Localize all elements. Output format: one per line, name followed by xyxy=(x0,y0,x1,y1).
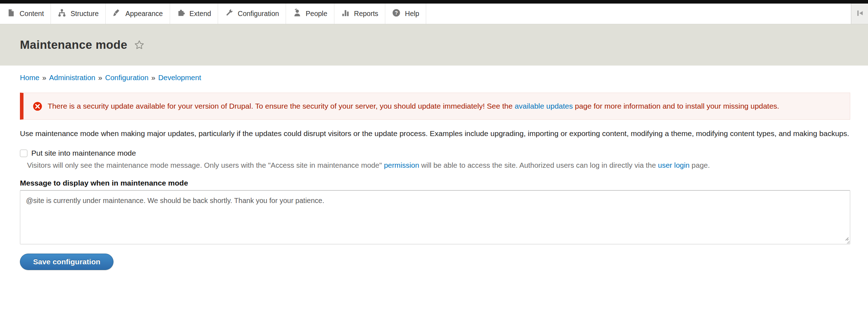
breadcrumb-link-configuration[interactable]: Configuration xyxy=(105,73,148,82)
toolbar-item-structure[interactable]: Structure xyxy=(51,4,106,24)
save-configuration-button[interactable]: Save configuration xyxy=(20,254,113,270)
toolbar-item-label: People xyxy=(306,10,327,18)
help-icon: ? xyxy=(392,9,401,19)
breadcrumb-separator: » xyxy=(42,73,46,82)
svg-text:?: ? xyxy=(395,10,398,16)
toolbar-item-label: Structure xyxy=(70,10,99,18)
toolbar-item-label: Appearance xyxy=(125,10,163,18)
wrench-icon xyxy=(225,9,233,19)
page-header: Maintenance mode xyxy=(0,24,868,66)
available-updates-link[interactable]: available updates xyxy=(515,102,573,110)
breadcrumb-link-home[interactable]: Home xyxy=(20,73,39,82)
puzzle-icon xyxy=(177,9,185,19)
error-circle-x-icon xyxy=(33,102,42,113)
toolbar-item-help[interactable]: ? Help xyxy=(385,4,426,24)
paintbrush-icon xyxy=(112,9,121,19)
breadcrumb-separator: » xyxy=(151,73,155,82)
checkbox-desc-text: page. xyxy=(689,161,710,169)
top-black-strip xyxy=(0,0,868,4)
toolbar-item-appearance[interactable]: Appearance xyxy=(106,4,170,24)
permission-link[interactable]: permission xyxy=(384,161,419,169)
maintenance-message-textarea[interactable]: @site is currently under maintenance. We… xyxy=(20,190,850,244)
maintenance-mode-checkbox-row: Put site into maintenance mode xyxy=(20,149,850,157)
maintenance-mode-intro-text: Use maintenance mode when making major u… xyxy=(20,128,850,140)
maintenance-mode-checkbox-description: Visitors will only see the maintenance m… xyxy=(27,160,850,170)
collapse-left-icon xyxy=(856,9,864,19)
user-login-link[interactable]: user login xyxy=(658,161,690,169)
security-update-error-message: There is a security update available for… xyxy=(20,93,850,120)
breadcrumb: Home»Administration»Configuration»Develo… xyxy=(20,73,850,82)
maintenance-mode-checkbox-label[interactable]: Put site into maintenance mode xyxy=(31,149,136,157)
admin-toolbar: Content Structure Appearance Extend Conf… xyxy=(0,4,868,24)
error-text-before: There is a security update available for… xyxy=(48,102,515,110)
toolbar-spacer xyxy=(426,4,851,24)
toolbar-item-label: Reports xyxy=(354,10,378,18)
toolbar-item-configuration[interactable]: Configuration xyxy=(218,4,286,24)
file-icon xyxy=(7,9,15,19)
toolbar-item-reports[interactable]: Reports xyxy=(334,4,385,24)
toolbar-item-label: Extend xyxy=(190,10,211,18)
toolbar-item-extend[interactable]: Extend xyxy=(170,4,218,24)
person-icon xyxy=(293,9,301,19)
breadcrumb-link-development[interactable]: Development xyxy=(158,73,201,82)
toolbar-item-people[interactable]: People xyxy=(286,4,334,24)
error-message-text: There is a security update available for… xyxy=(48,100,779,113)
maintenance-mode-checkbox[interactable] xyxy=(20,150,27,157)
star-outline-icon[interactable] xyxy=(134,40,145,51)
breadcrumb-link-administration[interactable]: Administration xyxy=(49,73,95,82)
error-text-after: page for more information and to install… xyxy=(573,102,779,110)
toolbar-item-label: Configuration xyxy=(238,10,279,18)
toolbar-item-content[interactable]: Content xyxy=(0,4,51,24)
breadcrumb-separator: » xyxy=(98,73,102,82)
toolbar-item-label: Content xyxy=(20,10,44,18)
maintenance-message-field-wrap: @site is currently under maintenance. We… xyxy=(20,190,850,244)
checkbox-desc-text: will be able to access the site. Authori… xyxy=(419,161,658,169)
maintenance-message-label: Message to display when in maintenance m… xyxy=(20,179,850,187)
toolbar-collapse-button[interactable] xyxy=(851,4,868,24)
page-title: Maintenance mode xyxy=(20,38,127,52)
checkbox-desc-text: Visitors will only see the maintenance m… xyxy=(27,161,384,169)
sitemap-icon xyxy=(58,9,66,19)
toolbar-item-label: Help xyxy=(405,10,419,18)
bar-chart-icon xyxy=(341,9,350,19)
